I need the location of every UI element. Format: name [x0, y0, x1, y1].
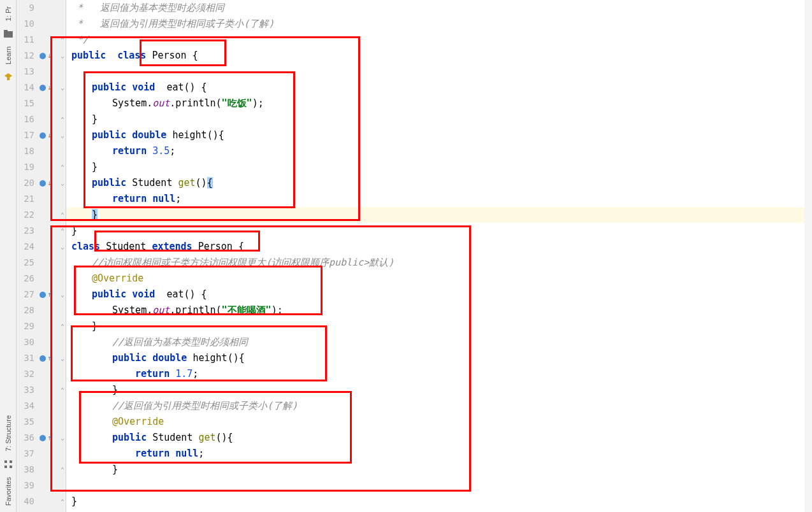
line-number[interactable]: 28 — [17, 302, 37, 318]
code-line[interactable]: } — [66, 318, 98, 334]
code-line[interactable]: public class Person { — [66, 48, 198, 64]
code-line[interactable]: } — [66, 111, 98, 127]
line-number[interactable]: 15 — [17, 96, 37, 111]
fold-marker[interactable]: ⌃ — [59, 207, 66, 223]
code-line[interactable]: class Student extends Person { — [66, 239, 244, 255]
code-line[interactable]: @Override — [66, 271, 143, 287]
code-line[interactable]: public double height(){ — [66, 350, 245, 366]
line-number[interactable]: 35 — [17, 414, 37, 430]
line-number[interactable]: 34 — [17, 398, 37, 414]
line-number[interactable]: 11 — [17, 32, 37, 48]
line-number[interactable]: 10 — [17, 16, 37, 32]
code-line[interactable]: } — [66, 223, 77, 239]
code-line[interactable]: public double height(){ — [66, 127, 224, 143]
line-number[interactable]: 39 — [17, 478, 37, 494]
fold-marker[interactable]: ⌃ — [59, 462, 66, 478]
code-line[interactable]: public void eat() { — [66, 80, 207, 96]
fold-marker[interactable]: ⌄ — [59, 127, 66, 143]
line-number[interactable]: 17 — [17, 127, 37, 143]
svg-rect-7 — [10, 466, 12, 468]
fold-marker[interactable]: ⌄ — [59, 430, 66, 446]
line-number[interactable]: 20 — [17, 175, 37, 191]
line-number[interactable]: 31 — [17, 350, 37, 366]
line-number[interactable]: 30 — [17, 334, 37, 350]
line-number[interactable]: 9 — [17, 0, 37, 16]
code-line[interactable]: return null; — [66, 191, 181, 207]
structure-icon[interactable] — [3, 459, 13, 469]
left-toolbar: 1: Pr Learn 7: Structure Favorites — [0, 0, 17, 512]
code-line[interactable]: System.out.println("不能喝酒"); — [66, 302, 283, 318]
svg-rect-5 — [10, 460, 12, 463]
fold-marker[interactable]: ⌃ — [59, 223, 66, 239]
fold-marker[interactable]: ⌄ — [59, 350, 66, 366]
code-line[interactable]: //返回值为引用类型时相同或子类小(了解) — [66, 398, 298, 414]
folder-icon[interactable] — [3, 29, 13, 39]
structure-tool[interactable]: 7: Structure — [4, 410, 12, 457]
code-line[interactable]: public Student get(){ — [66, 430, 233, 446]
fold-marker[interactable]: ⌃ — [59, 382, 66, 398]
fold-marker[interactable]: ⌄ — [59, 48, 66, 64]
line-number[interactable]: 13 — [17, 64, 37, 80]
line-number[interactable]: 40 — [17, 494, 37, 509]
fold-marker[interactable]: ⌄ — [59, 239, 66, 255]
fold-marker[interactable]: ⌃ — [59, 111, 66, 127]
line-number[interactable]: 32 — [17, 366, 37, 382]
line-number[interactable]: 26 — [17, 271, 37, 287]
line-number[interactable]: 23 — [17, 223, 37, 239]
fold-marker[interactable]: ⌃ — [59, 32, 66, 48]
code-line[interactable]: } — [66, 207, 812, 223]
line-number[interactable]: 38 — [17, 462, 37, 478]
fold-marker[interactable]: ⌄ — [59, 80, 66, 96]
fold-marker[interactable]: ⌃ — [59, 494, 66, 509]
svg-rect-0 — [4, 31, 13, 38]
code-line[interactable]: } — [66, 159, 98, 175]
line-number[interactable]: 22 — [17, 207, 37, 223]
code-line[interactable]: * 返回值为基本类型时必须相同 — [66, 0, 224, 16]
favorites-tool[interactable]: Favorites — [4, 472, 12, 511]
line-number[interactable]: 29 — [17, 318, 37, 334]
code-line[interactable]: //访问权限相同或子类方法访问权限更大(访问权限顺序public>默认) — [66, 255, 394, 271]
code-line[interactable]: System.out.println("吃饭"); — [66, 96, 264, 111]
learn-tool[interactable]: Learn — [4, 41, 12, 69]
line-number[interactable]: 27 — [17, 287, 37, 302]
line-number[interactable]: 24 — [17, 239, 37, 255]
code-line[interactable]: return 3.5; — [66, 143, 175, 159]
code-line[interactable]: //返回值为基本类型时必须相同 — [66, 334, 248, 350]
line-number[interactable]: 19 — [17, 159, 37, 175]
line-number[interactable]: 16 — [17, 111, 37, 127]
svg-rect-3 — [7, 78, 10, 80]
svg-rect-1 — [4, 30, 8, 32]
svg-rect-4 — [4, 460, 7, 463]
fold-marker[interactable]: ⌄ — [59, 175, 66, 191]
project-tool[interactable]: 1: Pr — [4, 1, 12, 26]
code-line[interactable]: public Student get(){ — [66, 175, 213, 191]
fold-marker[interactable]: ⌃ — [59, 159, 66, 175]
learn-icon[interactable] — [3, 72, 13, 82]
line-number[interactable]: 12 — [17, 48, 37, 64]
svg-marker-2 — [4, 73, 12, 78]
code-line[interactable]: */ — [66, 32, 89, 48]
code-line[interactable]: @Override — [66, 414, 164, 430]
fold-marker[interactable]: ⌄ — [59, 287, 66, 302]
line-number[interactable]: 25 — [17, 255, 37, 271]
line-number[interactable]: 18 — [17, 143, 37, 159]
svg-rect-6 — [4, 466, 7, 468]
line-number[interactable]: 21 — [17, 191, 37, 207]
scrollbar-vertical[interactable] — [804, 0, 812, 512]
line-number[interactable]: 37 — [17, 446, 37, 462]
code-line[interactable]: } — [66, 462, 118, 478]
code-line[interactable]: } — [66, 382, 118, 398]
line-number[interactable]: 14 — [17, 80, 37, 96]
code-line[interactable]: return null; — [66, 446, 204, 462]
line-number[interactable]: 33 — [17, 382, 37, 398]
fold-marker[interactable]: ⌃ — [59, 318, 66, 334]
code-line[interactable]: public void eat() { — [66, 287, 207, 302]
code-line[interactable]: return 1.7; — [66, 366, 198, 382]
code-line[interactable]: * 返回值为引用类型时相同或子类小(了解) — [66, 16, 274, 32]
line-number[interactable]: 36 — [17, 430, 37, 446]
code-line[interactable]: } — [66, 494, 77, 509]
